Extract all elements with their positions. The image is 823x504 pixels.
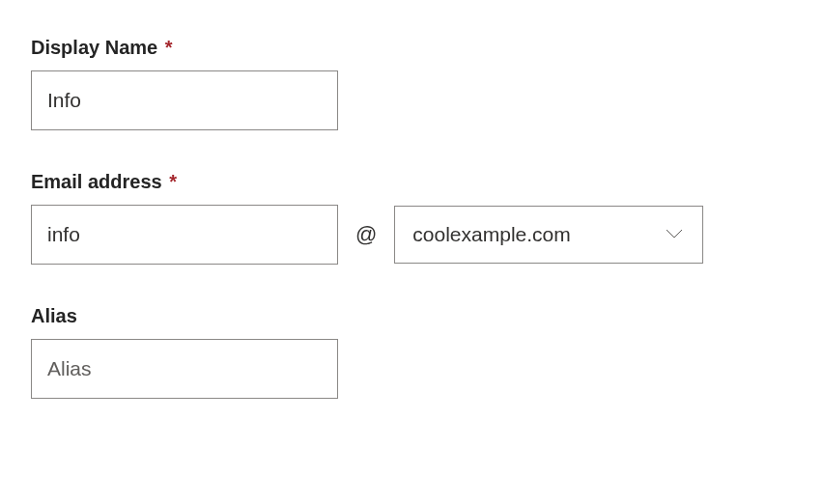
- email-address-label-text: Email address: [31, 171, 162, 192]
- email-row: @ coolexample.com: [31, 205, 792, 265]
- email-address-group: Email address * @ coolexample.com: [31, 171, 792, 265]
- email-localpart-input[interactable]: [31, 205, 338, 265]
- required-asterisk-icon: *: [165, 37, 173, 58]
- display-name-label: Display Name *: [31, 37, 792, 59]
- at-symbol: @: [355, 222, 377, 247]
- email-domain-value: coolexample.com: [412, 223, 570, 246]
- required-asterisk-icon: *: [169, 171, 177, 192]
- email-address-label: Email address *: [31, 171, 792, 193]
- alias-label-text: Alias: [31, 305, 77, 326]
- alias-input[interactable]: [31, 339, 338, 399]
- alias-group: Alias: [31, 305, 792, 399]
- email-domain-select[interactable]: coolexample.com: [394, 206, 703, 264]
- display-name-input[interactable]: [31, 70, 338, 130]
- display-name-group: Display Name *: [31, 37, 792, 130]
- display-name-label-text: Display Name: [31, 37, 157, 58]
- alias-label: Alias: [31, 305, 792, 327]
- chevron-down-icon: [666, 229, 683, 240]
